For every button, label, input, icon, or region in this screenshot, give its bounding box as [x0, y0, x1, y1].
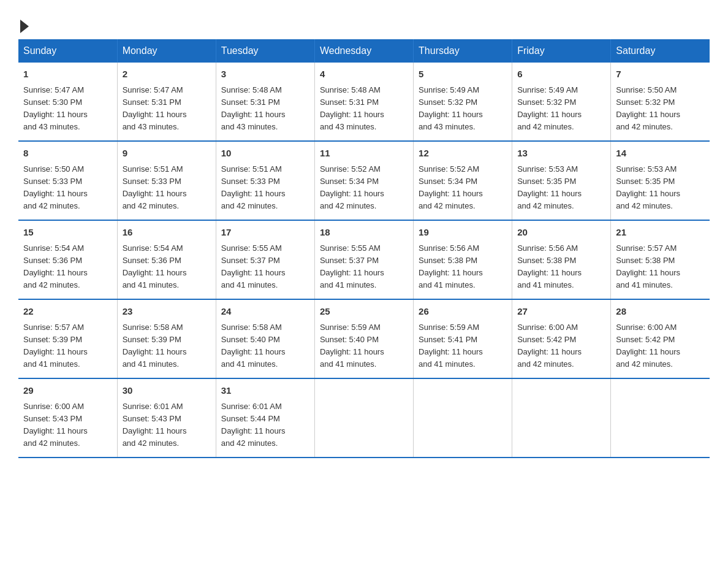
- header-saturday: Saturday: [611, 39, 710, 63]
- day-number: 18: [320, 226, 408, 240]
- day-number: 19: [419, 226, 507, 240]
- cell-info: Sunrise: 5:50 AMSunset: 5:33 PMDaylight:…: [23, 163, 112, 213]
- day-number: 15: [23, 226, 112, 240]
- cell-info: Sunrise: 6:00 AMSunset: 5:42 PMDaylight:…: [616, 321, 705, 371]
- cell-info: Sunrise: 5:56 AMSunset: 5:38 PMDaylight:…: [517, 242, 605, 292]
- cell-info: Sunrise: 6:01 AMSunset: 5:43 PMDaylight:…: [123, 400, 211, 450]
- day-number: 8: [23, 147, 112, 161]
- calendar-cell: 25Sunrise: 5:59 AMSunset: 5:40 PMDayligh…: [314, 299, 413, 378]
- calendar-cell: 1Sunrise: 5:47 AMSunset: 5:30 PMDaylight…: [18, 63, 117, 141]
- day-number: 13: [517, 147, 605, 161]
- day-number: 27: [517, 305, 605, 319]
- cell-info: Sunrise: 5:57 AMSunset: 5:38 PMDaylight:…: [616, 242, 705, 292]
- calendar-cell: 22Sunrise: 5:57 AMSunset: 5:39 PMDayligh…: [18, 299, 117, 378]
- cell-info: Sunrise: 5:56 AMSunset: 5:38 PMDaylight:…: [419, 242, 507, 292]
- calendar-cell: 7Sunrise: 5:50 AMSunset: 5:32 PMDaylight…: [611, 63, 710, 141]
- calendar-cell: 3Sunrise: 5:48 AMSunset: 5:31 PMDaylight…: [216, 63, 314, 141]
- cell-info: Sunrise: 5:48 AMSunset: 5:31 PMDaylight:…: [221, 84, 309, 134]
- calendar-cell: 17Sunrise: 5:55 AMSunset: 5:37 PMDayligh…: [216, 220, 314, 299]
- day-number: 29: [23, 384, 112, 398]
- logo-arrow-icon: [20, 20, 29, 33]
- calendar-cell: [314, 378, 413, 458]
- header-wednesday: Wednesday: [314, 39, 413, 63]
- day-number: 28: [616, 305, 705, 319]
- calendar-cell: 26Sunrise: 5:59 AMSunset: 5:41 PMDayligh…: [414, 299, 512, 378]
- day-number: 1: [23, 67, 112, 82]
- cell-info: Sunrise: 5:52 AMSunset: 5:34 PMDaylight:…: [419, 163, 507, 213]
- calendar-cell: 5Sunrise: 5:49 AMSunset: 5:32 PMDaylight…: [414, 63, 512, 141]
- calendar-week-row: 22Sunrise: 5:57 AMSunset: 5:39 PMDayligh…: [18, 299, 710, 378]
- day-number: 5: [419, 67, 507, 82]
- calendar-cell: 8Sunrise: 5:50 AMSunset: 5:33 PMDaylight…: [18, 141, 117, 220]
- calendar-cell: 10Sunrise: 5:51 AMSunset: 5:33 PMDayligh…: [216, 141, 314, 220]
- day-number: 20: [517, 226, 605, 240]
- cell-info: Sunrise: 5:54 AMSunset: 5:36 PMDaylight:…: [123, 242, 211, 292]
- day-number: 4: [320, 67, 408, 82]
- day-number: 24: [221, 305, 309, 319]
- day-number: 21: [616, 226, 705, 240]
- cell-info: Sunrise: 5:55 AMSunset: 5:37 PMDaylight:…: [221, 242, 309, 292]
- day-number: 23: [123, 305, 211, 319]
- day-number: 17: [221, 226, 309, 240]
- calendar-cell: 2Sunrise: 5:47 AMSunset: 5:31 PMDaylight…: [117, 63, 216, 141]
- day-number: 11: [320, 147, 408, 161]
- day-number: 30: [123, 384, 211, 398]
- page-header: [18, 12, 710, 33]
- calendar-cell: [414, 378, 512, 458]
- day-number: 7: [616, 67, 705, 82]
- header-monday: Monday: [117, 39, 216, 63]
- cell-info: Sunrise: 5:47 AMSunset: 5:31 PMDaylight:…: [123, 84, 211, 134]
- calendar-week-row: 1Sunrise: 5:47 AMSunset: 5:30 PMDaylight…: [18, 63, 710, 141]
- cell-info: Sunrise: 5:59 AMSunset: 5:41 PMDaylight:…: [419, 321, 507, 371]
- calendar-cell: 31Sunrise: 6:01 AMSunset: 5:44 PMDayligh…: [216, 378, 314, 458]
- cell-info: Sunrise: 5:51 AMSunset: 5:33 PMDaylight:…: [123, 163, 211, 213]
- calendar-cell: 18Sunrise: 5:55 AMSunset: 5:37 PMDayligh…: [314, 220, 413, 299]
- header-tuesday: Tuesday: [216, 39, 314, 63]
- day-number: 10: [221, 147, 309, 161]
- day-number: 14: [616, 147, 705, 161]
- calendar-cell: 9Sunrise: 5:51 AMSunset: 5:33 PMDaylight…: [117, 141, 216, 220]
- logo: [18, 12, 29, 33]
- day-number: 26: [419, 305, 507, 319]
- day-number: 12: [419, 147, 507, 161]
- calendar-cell: 23Sunrise: 5:58 AMSunset: 5:39 PMDayligh…: [117, 299, 216, 378]
- calendar-cell: 11Sunrise: 5:52 AMSunset: 5:34 PMDayligh…: [314, 141, 413, 220]
- calendar-cell: 28Sunrise: 6:00 AMSunset: 5:42 PMDayligh…: [611, 299, 710, 378]
- cell-info: Sunrise: 6:00 AMSunset: 5:42 PMDaylight:…: [517, 321, 605, 371]
- cell-info: Sunrise: 5:59 AMSunset: 5:40 PMDaylight:…: [320, 321, 408, 371]
- header-sunday: Sunday: [18, 39, 117, 63]
- cell-info: Sunrise: 5:48 AMSunset: 5:31 PMDaylight:…: [320, 84, 408, 134]
- cell-info: Sunrise: 5:53 AMSunset: 5:35 PMDaylight:…: [517, 163, 605, 213]
- calendar-week-row: 29Sunrise: 6:00 AMSunset: 5:43 PMDayligh…: [18, 378, 710, 458]
- day-number: 31: [221, 384, 309, 398]
- cell-info: Sunrise: 5:50 AMSunset: 5:32 PMDaylight:…: [616, 84, 705, 134]
- cell-info: Sunrise: 5:49 AMSunset: 5:32 PMDaylight:…: [517, 84, 605, 134]
- calendar-cell: [611, 378, 710, 458]
- day-number: 2: [123, 67, 211, 82]
- calendar-cell: 14Sunrise: 5:53 AMSunset: 5:35 PMDayligh…: [611, 141, 710, 220]
- cell-info: Sunrise: 5:47 AMSunset: 5:30 PMDaylight:…: [23, 84, 112, 134]
- day-number: 3: [221, 67, 309, 82]
- cell-info: Sunrise: 5:54 AMSunset: 5:36 PMDaylight:…: [23, 242, 112, 292]
- cell-info: Sunrise: 5:55 AMSunset: 5:37 PMDaylight:…: [320, 242, 408, 292]
- cell-info: Sunrise: 5:52 AMSunset: 5:34 PMDaylight:…: [320, 163, 408, 213]
- calendar-cell: 19Sunrise: 5:56 AMSunset: 5:38 PMDayligh…: [414, 220, 512, 299]
- calendar-cell: 24Sunrise: 5:58 AMSunset: 5:40 PMDayligh…: [216, 299, 314, 378]
- cell-info: Sunrise: 5:51 AMSunset: 5:33 PMDaylight:…: [221, 163, 309, 213]
- calendar-cell: 30Sunrise: 6:01 AMSunset: 5:43 PMDayligh…: [117, 378, 216, 458]
- calendar-cell: 16Sunrise: 5:54 AMSunset: 5:36 PMDayligh…: [117, 220, 216, 299]
- cell-info: Sunrise: 6:00 AMSunset: 5:43 PMDaylight:…: [23, 400, 112, 450]
- calendar-table: SundayMondayTuesdayWednesdayThursdayFrid…: [18, 39, 710, 458]
- calendar-cell: 29Sunrise: 6:00 AMSunset: 5:43 PMDayligh…: [18, 378, 117, 458]
- calendar-cell: 12Sunrise: 5:52 AMSunset: 5:34 PMDayligh…: [414, 141, 512, 220]
- calendar-cell: [512, 378, 611, 458]
- header-friday: Friday: [512, 39, 611, 63]
- day-number: 22: [23, 305, 112, 319]
- cell-info: Sunrise: 5:58 AMSunset: 5:40 PMDaylight:…: [221, 321, 309, 371]
- cell-info: Sunrise: 5:53 AMSunset: 5:35 PMDaylight:…: [616, 163, 705, 213]
- calendar-week-row: 15Sunrise: 5:54 AMSunset: 5:36 PMDayligh…: [18, 220, 710, 299]
- calendar-cell: 27Sunrise: 6:00 AMSunset: 5:42 PMDayligh…: [512, 299, 611, 378]
- calendar-cell: 13Sunrise: 5:53 AMSunset: 5:35 PMDayligh…: [512, 141, 611, 220]
- day-number: 16: [123, 226, 211, 240]
- calendar-header-row: SundayMondayTuesdayWednesdayThursdayFrid…: [18, 39, 710, 63]
